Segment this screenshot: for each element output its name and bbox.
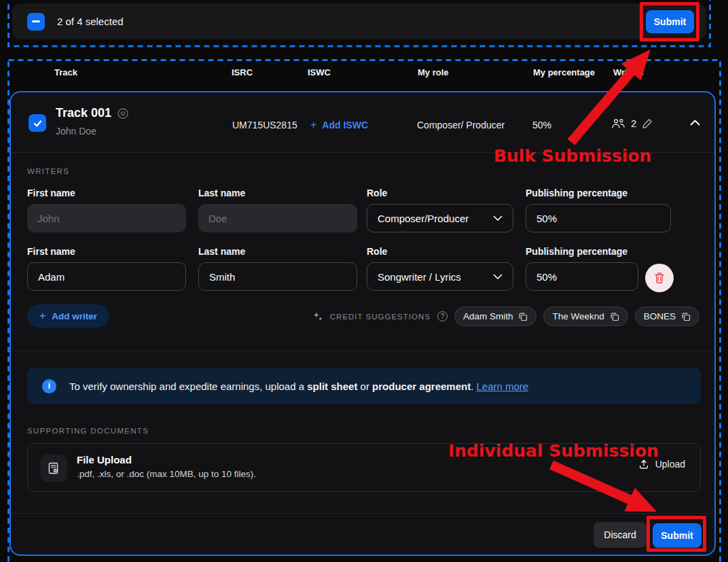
role-label: Role [367,246,513,257]
select-all-checkbox[interactable] [27,13,45,31]
learn-more-link[interactable]: Learn more [477,381,529,392]
collapse-row-button[interactable] [690,120,700,126]
track-title: Track 001 [56,106,111,120]
track-discard-button[interactable]: Discard [594,522,647,548]
track-isrc-value: UM715US2815 [232,120,297,130]
document-clip-icon [47,461,60,475]
page: 2 of 4 selected Edit Discard Submit Trac… [0,0,728,562]
chevron-down-icon [493,274,503,280]
copy-icon [518,312,528,321]
bulk-action-bar: 2 of 4 selected [12,3,706,39]
track-checkbox[interactable] [29,114,46,132]
plus-icon: + [39,311,46,321]
delete-writer-button[interactable] [645,264,674,292]
disc-icon [117,107,129,120]
supporting-documents-heading: SUPPORTING DOCUMENTS [27,427,149,435]
selected-count-label: 2 of 4 selected [57,16,124,27]
plus-icon: + [310,120,316,130]
column-header-my-percentage: My percentage [533,67,595,77]
credit-suggestion-chip[interactable]: BONES [635,306,699,326]
writer2-role-select[interactable]: Songwriter / Lyrics [367,262,513,291]
trash-icon [654,272,665,284]
bulk-submission-annotation: Bulk Submission [494,146,651,166]
column-header-iswc: ISWC [308,67,331,77]
first-name-label: First name [27,246,186,257]
writers-group-icon [611,118,625,129]
column-header-writers: Writers [613,67,644,77]
track-artist: John Doe [56,126,96,137]
last-name-label: Last name [198,188,357,198]
publishing-percentage-label: Publishing percentage [526,246,638,257]
writer2-last-name-field: Last name [198,246,357,291]
writer2-last-name-input[interactable] [198,262,357,291]
writer1-role-field: Role Composer/Producer [367,188,513,232]
edit-writers-button[interactable] [642,118,653,129]
file-upload-hint: .pdf, .xls, or .doc (max 10MB, up to 10 … [77,469,256,479]
column-header-isrc: ISRC [232,67,253,77]
pencil-icon [642,118,653,129]
credit-suggestion-chip[interactable]: Adam Smith [454,306,537,326]
writer1-percentage-field: Publishing percentage [526,188,671,232]
chevron-down-icon [493,215,503,222]
writers-count: 2 [631,118,636,129]
writer1-percentage-input[interactable] [526,204,671,232]
writers-section-heading: WRITERS [27,167,69,175]
individual-submit-highlight-box [647,516,706,552]
writer1-last-name-input[interactable] [198,204,357,232]
divider [11,513,714,514]
copy-icon [681,312,691,321]
credit-suggestions-row: CREDIT SUGGESTIONS ? Adam Smith The Week… [312,306,699,326]
writer1-first-name-input[interactable] [27,204,186,232]
writer2-first-name-field: First name [27,246,186,291]
copy-icon [610,312,619,321]
track-my-percentage: 50% [532,120,551,130]
sparkle-icon [312,311,323,322]
last-name-label: Last name [198,246,357,257]
info-banner-text: To verify ownership and expedite earning… [69,381,528,392]
credit-suggestions-label: CREDIT SUGGESTIONS [330,313,431,321]
bulk-submit-button[interactable]: Submit [646,10,694,33]
writer2-first-name-input[interactable] [27,262,186,291]
info-banner: i To verify ownership and expedite earni… [27,368,701,404]
publishing-percentage-label: Publishing percentage [526,188,671,198]
individual-submission-annotation: Individual Submission [448,441,659,461]
file-icon-box [40,455,67,482]
role-label: Role [367,188,513,198]
writer1-first-name-field: First name [27,188,186,232]
add-iswc-button[interactable]: + Add ISWC [310,120,368,130]
writer2-percentage-field: Publishing percentage [526,246,638,291]
indeterminate-minus-icon [32,20,40,22]
track-my-role: Composer/ Producer [417,120,505,130]
help-icon[interactable]: ? [437,311,448,321]
first-name-label: First name [27,188,186,198]
column-header-my-role: My role [418,67,449,77]
credit-suggestion-chip[interactable]: The Weeknd [543,306,627,326]
chevron-up-icon [690,120,700,126]
writer2-percentage-input[interactable] [526,262,638,291]
file-upload-title: File Upload [77,454,132,466]
writer2-role-field: Role Songwriter / Lyrics [367,246,513,291]
info-icon: i [42,379,56,393]
writer1-last-name-field: Last name [198,188,357,232]
check-icon [33,118,43,128]
writer1-role-select[interactable]: Composer/Producer [367,204,513,232]
add-writer-button[interactable]: + Add writer [27,304,109,328]
column-header-track: Track [54,67,77,77]
divider [11,351,714,351]
